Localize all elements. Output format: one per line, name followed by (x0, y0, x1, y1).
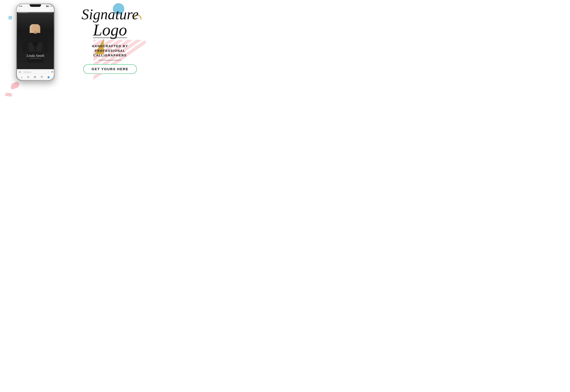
send-button[interactable] (50, 70, 53, 74)
battery-icon: ▮ (51, 5, 52, 7)
svg-point-6 (27, 76, 29, 78)
headline-signature-word: Signature (82, 7, 139, 22)
arm-right (44, 34, 48, 53)
heart-icon[interactable] (41, 76, 43, 79)
subtext-line3: CALLIGRAPHERS (92, 53, 128, 58)
face (32, 25, 39, 32)
headline-logo-word: Logo (93, 22, 127, 38)
collar (33, 42, 38, 45)
story-image-area: Linda Smith ENTERPRENEUR (17, 14, 54, 69)
subtext-line2: PROFESSIONAL (92, 49, 128, 53)
instagram-nav-bar: ‹ ··· (17, 8, 54, 12)
status-icons: ▌▌▌ ∿ ▮ (46, 5, 52, 7)
wifi-icon: ∿ (49, 5, 50, 7)
more-button[interactable] (47, 70, 50, 74)
signature-name-text: Linda Smith (17, 54, 54, 58)
subtext-line1: HANDCRAFTED BY (92, 44, 128, 49)
home-icon[interactable]: ⌂ (21, 76, 22, 79)
arm-left (23, 34, 27, 53)
logo-underline-decoration (93, 38, 127, 38)
signal-icon: ▌▌▌ (46, 5, 49, 7)
phone-mockup-section: 3:15 ▌▌▌ ∿ ▮ ‹ ··· (9, 2, 62, 100)
more-options-button[interactable]: ··· (50, 9, 52, 11)
right-content-section: Signature Logo HANDCRAFTED BY PROFESSION… (76, 7, 144, 74)
search-icon[interactable] (27, 76, 29, 79)
signature-overlay: Linda Smith ENTERPRENEUR (17, 54, 54, 59)
send-message-placeholder: Send Message (24, 71, 31, 73)
story-progress-bar (18, 13, 53, 13)
story-progress-fill (18, 13, 28, 13)
profile-avatar (47, 76, 50, 78)
camera-button[interactable] (18, 70, 22, 74)
svg-line-7 (28, 77, 29, 78)
headline-block: Signature Logo (82, 7, 139, 38)
add-post-icon[interactable] (34, 76, 36, 79)
instagram-home-nav: ⌂ (17, 75, 54, 80)
signature-subtitle-text: ENTERPRENEUR (17, 58, 54, 59)
message-bar: Send Message (17, 69, 54, 75)
back-button[interactable]: ‹ (19, 9, 19, 11)
phone-notch (30, 4, 41, 7)
instagram-bottom-bar: Send Message (17, 69, 54, 80)
phone-inner: 3:15 ▌▌▌ ∿ ▮ ‹ ··· (17, 4, 54, 80)
subtext-block: HANDCRAFTED BY PROFESSIONAL CALLIGRAPHER… (92, 44, 128, 58)
svg-point-0 (20, 72, 20, 72)
phone-outer-shell: 3:15 ▌▌▌ ∿ ▮ ‹ ··· (16, 3, 55, 81)
profile-active-indicator[interactable] (47, 76, 50, 78)
neck (34, 31, 37, 34)
phone-screen: 3:15 ▌▌▌ ∿ ▮ ‹ ··· (17, 4, 54, 80)
story-progress-track (18, 13, 53, 13)
send-message-input[interactable]: Send Message (22, 70, 46, 74)
status-time: 3:15 (19, 5, 22, 7)
get-yours-here-button[interactable]: GET YOURS HERE (83, 64, 137, 74)
